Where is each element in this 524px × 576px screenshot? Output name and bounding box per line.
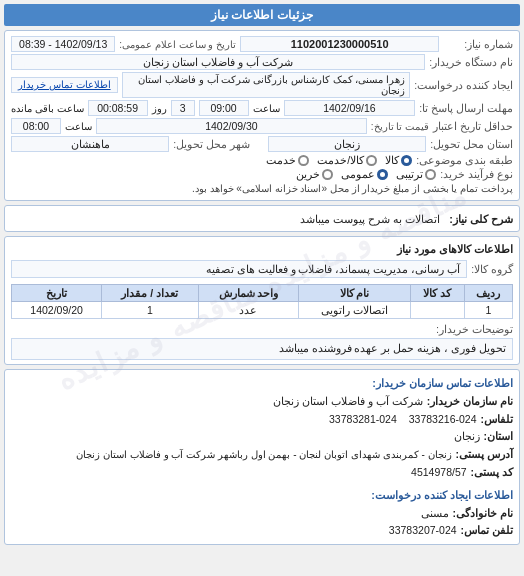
city-value: ماهنشان [11,136,169,152]
send-time-label: ساعت [253,103,280,114]
group-label: گروه کالا: [471,263,513,275]
note-area: توضیحات خریدار: تحویل فوری ، هزینه حمل ب… [11,323,513,360]
requester-value: شرکت آب و فاضلاب استان زنجان [11,54,425,70]
contact-address-row: آدرس پستی: زنجان - کمربندی شهدای اتوبان … [11,446,513,464]
table-row: 1 اتصالات راتویی عدد 1 1402/09/20 [12,302,513,319]
contact-address-value: زنجان - کمربندی شهدای اتوبان لنجان - بهم… [76,446,451,463]
remain-days-label: روز [152,103,167,114]
date-time-label: تاریخ و ساعت اعلام عمومی: [119,39,236,50]
requester-contact-link[interactable]: اطلاعات تماس خریدار [11,77,118,93]
remain-time-value: 00:08:59 [88,100,148,116]
radio-khedmat-icon [298,155,309,166]
contact-org-row: نام سازمان خریدار: شرکت آب و فاضلاب استا… [11,393,513,411]
page-main-title: جزئیات اطلاعات نیاز [4,4,520,26]
radio-tarteebi-label: ترتیبی [396,168,423,180]
radio-kala-khedmat-icon [366,155,377,166]
order-no-value: 1102001230000510 [240,36,439,52]
purchase-note-text: پرداخت تمام یا بخشی از مبلغ خریدار از مح… [192,183,513,194]
requester-row: نام دستگاه خریدار: شرکت آب و فاضلاب استا… [11,53,513,71]
requester-contact-row: ایجاد کننده درخواست: زهرا مسنی، کمک کارش… [11,71,513,99]
th-qty: تعداد / مقدار [102,285,198,302]
th-code: کد کالا [410,285,464,302]
category-row: طبقه بندی موضوعی: کالا کالا/خدمت خدمت [11,153,513,167]
contact-title: اطلاعات تماس سازمان خریدار: [11,374,513,393]
creator-phone-value: 33783207-024 [389,522,457,540]
creator-phone-label: تلفن تماس: [461,522,513,540]
contact-postal-label: کد پستی: [471,464,513,482]
contact-province-label: استان: [484,428,514,446]
order-info-section: شماره نیاز: 1102001230000510 تاریخ و ساع… [4,30,520,201]
td-date: 1402/09/20 [12,302,102,319]
city-label: شهر محل تحویل: [173,138,250,150]
origin-value: زنجان [268,136,426,152]
expire-time-label2: ساعت [65,121,92,132]
sharh-title-label: شرح کلی نیاز: [449,213,513,225]
product-table: ردیف کد کالا نام کالا واحد شمارش تعداد /… [11,284,513,319]
td-row-num: 1 [464,302,512,319]
sharh-title: شرح کلی نیاز: اتصالات به شرح پیوست میباش… [11,210,513,227]
expire-row: حداقل تاریخ اعتبار قیمت تا تاریخ: 1402/0… [11,117,513,135]
remain-days-value: 3 [171,100,195,116]
contact-postal-value: 4514978/57 [411,464,466,482]
order-no-row: شماره نیاز: 1102001230000510 تاریخ و ساع… [11,35,513,53]
radio-tarteebi-icon [425,169,436,180]
group-row: گروه کالا: آب رسانی، مدیریت پسماند، فاضل… [11,258,513,280]
remain-hours-label: ساعت باقی مانده [11,103,84,114]
product-info-title: اطلاعات کالاهای مورد نیاز [11,241,513,258]
creator-name-value: مسنی [421,505,449,523]
radio-omoomi-icon [377,169,388,180]
purchase-type-kharin[interactable]: خرین [296,168,333,180]
order-no-label: شماره نیاز: [443,38,513,50]
product-info-section: اطلاعات کالاهای مورد نیاز گروه کالا: آب … [4,236,520,365]
td-code [410,302,464,319]
send-date-label: مهلت ارسال پاسخ تا: [419,102,513,114]
expire-date-value: 1402/09/30 [96,118,367,134]
contact-phone2-value: 33783281-024 [329,411,397,429]
expire-time-value: 08:00 [11,118,61,134]
sharh-section: شرح کلی نیاز: اتصالات به شرح پیوست میباش… [4,205,520,232]
th-unit: واحد شمارش [198,285,299,302]
td-name: اتصالات راتویی [299,302,410,319]
requester-label: نام دستگاه خریدار: [429,56,513,68]
contact-province-row: استان: زنجان [11,428,513,446]
category-option-kala-khedmat[interactable]: کالا/خدمت [317,154,377,166]
purchase-type-label: نوع فرآیند خرید: [440,168,513,180]
contact-info-section: اطلاعات تماس سازمان خریدار: نام سازمان خ… [4,369,520,545]
contact-org-value: شرکت آب و فاضلاب استان زنجان [273,393,423,411]
radio-omoomi-label: عمومی [341,168,375,180]
radio-kharin-icon [322,169,333,180]
contact-phone-row: تلفاس: 33783216-024 33783281-024 [11,411,513,429]
radio-khedmat-label: خدمت [266,154,296,166]
province-city-row: استان محل تحویل: زنجان شهر محل تحویل: ما… [11,135,513,153]
origin-label: استان محل تحویل: [430,138,513,150]
announce-datetime: 1402/09/13 - 08:39 [11,36,115,52]
category-label: طبقه بندی موضوعی: [416,154,513,166]
category-option-kala[interactable]: کالا [385,154,412,166]
td-qty: 1 [102,302,198,319]
purchase-type-omoomi[interactable]: عمومی [341,168,388,180]
requester-contact-value: زهرا مسنی، کمک کارشناس بازرگانی شرکت آب … [122,72,411,98]
td-unit: عدد [198,302,299,319]
note-label: توضیحات خریدار: [436,323,513,335]
group-value: آب رسانی، مدیریت پسماند، فاضلاب و فعالیت… [11,260,467,278]
category-radio-group: کالا کالا/خدمت خدمت [266,154,412,166]
expire-label: حداقل تاریخ اعتبار [433,120,513,132]
creator-phone-row: تلفن تماس: 33783207-024 [11,522,513,540]
contact-phone-label: تلفاس: [481,411,514,429]
contact-address-label: آدرس پستی: [456,446,513,464]
th-name: نام کالا [299,285,410,302]
purchase-type-row: نوع فرآیند خرید: ترتیبی عمومی خرین [11,167,513,181]
creator-name-label: نام خانوادگی: [453,505,513,523]
purchase-note-row: پرداخت تمام یا بخشی از مبلغ خریدار از مح… [11,181,513,196]
purchase-type-tarteebi[interactable]: ترتیبی [396,168,436,180]
sharh-content: اتصالات به شرح پیوست میباشد [300,213,440,225]
category-option-khedmat[interactable]: خدمت [266,154,309,166]
requester-contact-label: ایجاد کننده درخواست: [414,79,513,91]
radio-kharin-label: خرین [296,168,320,180]
purchase-type-radio-group: ترتیبی عمومی خرین [296,168,436,180]
radio-kala-label: کالا [385,154,399,166]
send-date-row: مهلت ارسال پاسخ تا: 1402/09/16 ساعت 09:0… [11,99,513,117]
expire-note-label: قیمت تا تاریخ: [371,121,429,132]
creator-title: اطلاعات ایجاد کننده درخواست: [11,486,513,505]
th-date: تاریخ [12,285,102,302]
